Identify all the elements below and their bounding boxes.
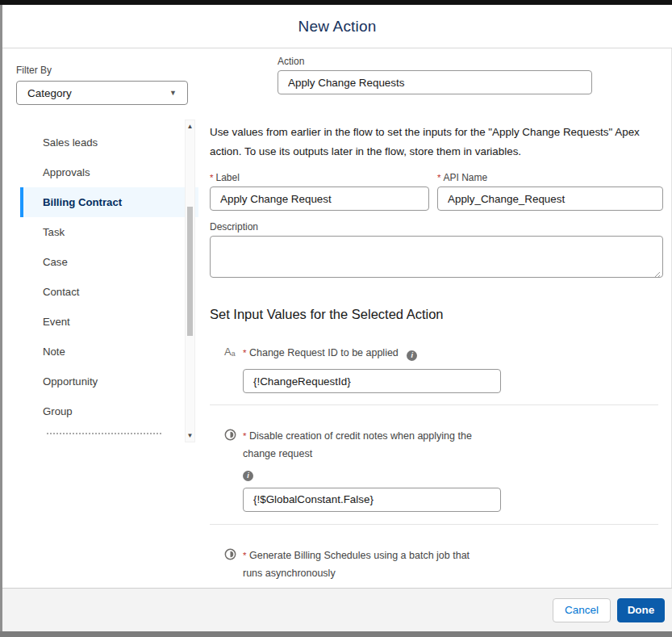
new-action-modal: New Action Filter By Category ▼ Sales le…: [0, 0, 672, 637]
label-input[interactable]: [210, 186, 429, 211]
change-request-id-input[interactable]: [243, 369, 501, 393]
input-row-label: * Change Request ID to be applied i: [243, 345, 501, 363]
required-asterisk: *: [210, 173, 213, 182]
category-item-partially-visible[interactable]: [47, 433, 161, 436]
sidebar-scrollbar[interactable]: ▲ ▼: [185, 119, 195, 442]
description-textarea-wrap: [210, 236, 663, 281]
label-field-group: * Label: [210, 172, 429, 211]
intro-text: Use values from earlier in the flow to s…: [210, 123, 672, 161]
category-item-note[interactable]: Note: [20, 337, 198, 367]
row-body: * Disable creation of credit notes when …: [243, 428, 501, 512]
cancel-button[interactable]: Cancel: [553, 598, 611, 622]
required-asterisk: *: [243, 551, 246, 560]
category-item-event[interactable]: Event: [20, 307, 198, 337]
category-item-group[interactable]: Group: [20, 396, 198, 426]
info-icon[interactable]: i: [243, 471, 253, 481]
category-item-billing-contract[interactable]: Billing Contract: [20, 187, 198, 217]
modal-header: New Action: [2, 5, 672, 48]
input-row-label: * Disable creation of credit notes when …: [243, 428, 486, 463]
input-row-disable-credit-notes: * Disable creation of credit notes when …: [224, 428, 672, 512]
background-bottom-strip: [0, 631, 672, 637]
info-icon[interactable]: i: [407, 350, 417, 361]
row-divider: [210, 404, 658, 405]
required-asterisk: *: [243, 431, 246, 441]
description-label: Description: [210, 221, 663, 233]
filter-by-label: Filter By: [16, 65, 198, 76]
required-asterisk: *: [243, 348, 246, 358]
category-sidebar: Filter By Category ▼ Sales leads Approva…: [2, 48, 198, 588]
action-label: Action: [278, 56, 592, 67]
row-body: * Change Request ID to be applied i: [243, 345, 501, 393]
input-row-change-request-id: Aₐ * Change Request ID to be applied i: [224, 345, 672, 393]
api-name-input[interactable]: [437, 186, 663, 211]
category-item-opportunity[interactable]: Opportunity: [20, 367, 198, 396]
modal-title: New Action: [298, 18, 376, 36]
action-panel: Action Use values from earlier in the fl…: [198, 48, 672, 588]
disable-credit-notes-input[interactable]: [243, 488, 501, 512]
input-row-label: * Generate Billing Schedules using a bat…: [243, 547, 486, 583]
modal-body: Filter By Category ▼ Sales leads Approva…: [2, 48, 670, 588]
action-field-group: Action: [278, 56, 592, 94]
category-select-value: Category: [27, 87, 72, 99]
chevron-down-icon: ▼: [169, 89, 177, 97]
category-item-approvals[interactable]: Approvals: [20, 157, 198, 187]
label-field-label: * Label: [210, 172, 429, 183]
done-button[interactable]: Done: [617, 598, 665, 622]
modal-footer: Cancel Done: [2, 588, 672, 631]
category-item-task[interactable]: Task: [20, 217, 198, 247]
set-input-values-heading: Set Input Values for the Selected Action: [210, 307, 672, 322]
description-textarea[interactable]: [210, 236, 663, 278]
category-item-case[interactable]: Case: [20, 247, 198, 277]
sidebar-scrollbar-thumb[interactable]: [187, 207, 193, 336]
category-select[interactable]: Category ▼: [16, 81, 188, 105]
scroll-up-icon[interactable]: ▲: [186, 123, 194, 130]
category-list: Sales leads Approvals Billing Contract T…: [20, 121, 198, 436]
api-name-field-group: * API Name: [437, 172, 663, 211]
text-type-icon: Aₐ: [224, 345, 243, 393]
api-name-label: * API Name: [437, 172, 663, 183]
label-apiname-row: * Label * API Name: [210, 172, 663, 211]
action-input[interactable]: [278, 70, 592, 94]
row-divider: [210, 524, 658, 525]
boolean-toggle-icon: [224, 428, 243, 512]
description-field-group: Description: [210, 221, 663, 281]
scroll-down-icon[interactable]: ▼: [186, 432, 194, 439]
required-asterisk: *: [437, 173, 440, 182]
category-item-sales-leads[interactable]: Sales leads: [20, 128, 198, 157]
category-item-contact[interactable]: Contact: [20, 277, 198, 307]
